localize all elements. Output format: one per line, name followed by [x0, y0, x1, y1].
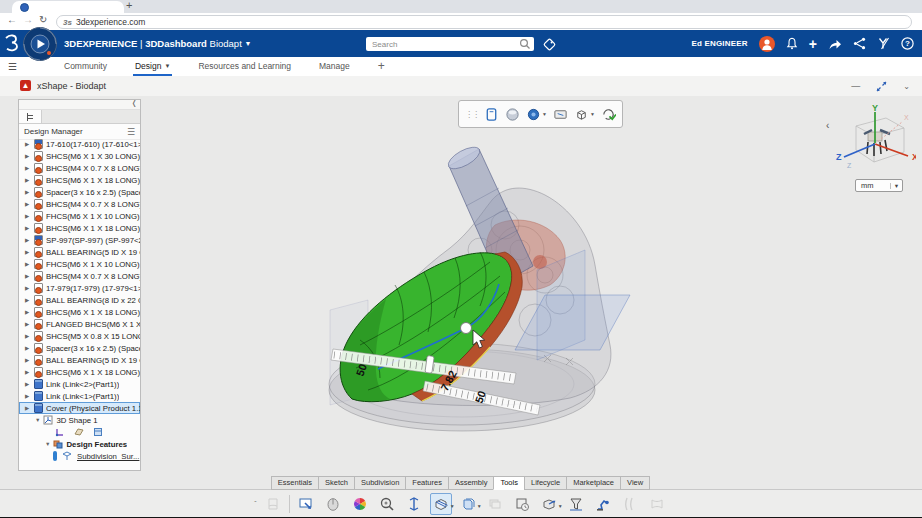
expand-arrow-icon[interactable]: ▶	[25, 237, 31, 243]
ribbon-tab[interactable]: Essentials	[271, 476, 319, 490]
update-icon[interactable]: ▼	[601, 107, 616, 122]
section-icon[interactable]: ▼	[430, 493, 452, 515]
ribbon-tab[interactable]: Marketplace	[566, 476, 621, 490]
sheet-icon[interactable]	[262, 493, 284, 515]
ribbon-tab[interactable]: Features	[405, 476, 449, 490]
expand-arrow-icon[interactable]: ▶	[25, 345, 31, 351]
chevron-down-icon[interactable]: ˇ	[254, 500, 256, 507]
compass-icon[interactable]	[22, 26, 58, 62]
tree-row[interactable]: ▶ BALL BEARING(5 ID X 19 O...	[19, 246, 140, 258]
expand-arrow-icon[interactable]: ▶	[25, 249, 31, 255]
expand-arrow-icon[interactable]: ▶	[25, 273, 31, 279]
expand-arrow-icon[interactable]: ▶	[25, 309, 31, 315]
ribbon-tab[interactable]: Tools	[493, 476, 525, 490]
dashboard-tab[interactable]: Design▼	[135, 57, 170, 76]
bounding-box-icon[interactable]: ▼	[484, 107, 499, 122]
tree-row[interactable]: ▶ SHCS(M6 X 1 X 30 LONG) (...	[19, 150, 140, 162]
expand-arrow-icon[interactable]: ▶	[25, 165, 31, 171]
browser-tab[interactable]	[12, 1, 124, 13]
new-tab-button[interactable]: +	[126, 0, 132, 11]
search-icon[interactable]	[519, 38, 531, 50]
section-planes-icon[interactable]: ▼	[457, 493, 479, 515]
search-input[interactable]: Search	[366, 37, 534, 51]
back-icon[interactable]: ←	[7, 14, 17, 25]
tree-row[interactable]: ▶ SHCS(M5 X 0.8 X 15 LONG...	[19, 330, 140, 342]
expand-arrow-icon[interactable]: ▶	[25, 393, 31, 399]
expand-arrow-icon[interactable]: ▼	[35, 417, 40, 423]
screen-mode-icon[interactable]: ▼	[553, 107, 568, 122]
manipulator-point[interactable]	[461, 323, 472, 334]
expand-arrow-icon[interactable]: ▶	[25, 405, 31, 411]
share-arrow-icon[interactable]	[828, 38, 842, 50]
kinematics-icon[interactable]: ▼	[592, 493, 614, 515]
tree-row[interactable]: ▶ Spacer(3 x 16 x 2.5) (Spacer...	[19, 186, 140, 198]
tree-row-3d-shape[interactable]: ▼ 3D Shape 1	[19, 414, 140, 426]
minimize-icon[interactable]: —	[851, 81, 860, 91]
tree-row[interactable]: ▶ SP-997(SP-997) (SP-997<2...	[19, 234, 140, 246]
ribbon-tab[interactable]: Sketch	[318, 476, 355, 490]
expand-arrow-icon[interactable]: ▶	[25, 213, 31, 219]
expand-arrow-icon[interactable]: ▼	[45, 441, 50, 447]
tree-tab[interactable]	[19, 110, 42, 123]
color-wheel-icon[interactable]: ▼	[349, 493, 371, 515]
filter-icon[interactable]: ▼	[565, 493, 587, 515]
tree-row[interactable]: ▶ 17-979(17-979) (17-979<1>(...	[19, 282, 140, 294]
dashboard-tab[interactable]: Community▼	[64, 57, 107, 76]
render-style-icon[interactable]: ▼	[574, 107, 595, 122]
shaded-sphere-icon[interactable]: ▼	[505, 107, 520, 122]
expand-arrow-icon[interactable]: ▶	[25, 321, 31, 327]
drag-handle[interactable]: ⋮⋮	[465, 110, 479, 119]
tree-row[interactable]: ▶ BHCS(M6 X 1 X 18 LONG) (...	[19, 174, 140, 186]
tree-row[interactable]: ▶ Cover (Physical Product 1.1)	[19, 402, 140, 414]
rep-body-icon[interactable]	[93, 427, 103, 437]
expand-arrow-icon[interactable]: ▶	[25, 225, 31, 231]
tree-row[interactable]: ▶ BHCS(M4 X 0.7 X 8 LONG) ...	[19, 162, 140, 174]
notifications-bell-icon[interactable]	[786, 37, 798, 50]
tree-row[interactable]: ▶ FLANGED BHCS(M6 X 1 X...	[19, 318, 140, 330]
expand-icon[interactable]	[876, 81, 887, 92]
tag-icon[interactable]	[542, 37, 557, 52]
surface-analysis-icon[interactable]: ▼	[646, 493, 668, 515]
expand-arrow-icon[interactable]: ▶	[25, 261, 31, 267]
address-field[interactable]: 3s 3dexperience.com	[56, 15, 912, 29]
mouse-gestures-icon[interactable]: ▼	[322, 493, 344, 515]
tree-row-subdivision[interactable]: Subdivision_Sur...	[19, 450, 140, 462]
tree-row[interactable]: ▶ FHCS(M6 X 1 X 10 LONG) (...	[19, 258, 140, 270]
navigation-cube[interactable]: Y X Z Z X	[834, 104, 916, 184]
ribbon-tab[interactable]: View	[620, 476, 650, 490]
expand-arrow-icon[interactable]: ▶	[25, 297, 31, 303]
view-mode-icon[interactable]: ▼	[526, 107, 547, 122]
z-axis[interactable]	[844, 144, 875, 157]
tree-row[interactable]: ▶ BHCS(M6 X 1 X 18 LONG) (...	[19, 306, 140, 318]
expand-arrow-icon[interactable]: ▶	[25, 153, 31, 159]
ribbon-tab[interactable]: Lifecycle	[524, 476, 567, 490]
refresh-icon[interactable]: ↻	[39, 14, 47, 25]
3ds-logo-icon[interactable]	[3, 33, 20, 53]
tree-row[interactable]: ▶ Spacer(3 x 16 x 2.5) (Spacer...	[19, 342, 140, 354]
panel-menu-icon[interactable]: ☰	[127, 128, 135, 136]
chevron-down-icon[interactable]: ⌄	[903, 82, 910, 91]
expand-arrow-icon[interactable]: ▶	[25, 201, 31, 207]
rep-plane-icon[interactable]	[74, 427, 84, 437]
forward-icon[interactable]: →	[23, 14, 33, 25]
tree-row[interactable]: ▶ Link (Link<2>(Part1))	[19, 378, 140, 390]
tree-row-design-features[interactable]: ▼ Design Features	[19, 438, 140, 450]
help-icon[interactable]: ?	[901, 37, 914, 50]
panel-collapse-icon[interactable]: ❬	[131, 99, 137, 107]
expand-arrow-icon[interactable]: ▶	[25, 285, 31, 291]
dashboard-tab[interactable]: Resources and Learning▼	[198, 57, 291, 76]
stack-icon[interactable]: ▼	[484, 493, 506, 515]
dashboard-name[interactable]: Biodapt	[210, 38, 242, 49]
tree-row[interactable]: ▶ BHCS(M6 X 1 X 18 LONG) (...	[19, 366, 140, 378]
chevron-down-icon[interactable]: ▼	[244, 40, 251, 47]
tree-row[interactable]: ▶ BHCS(M6 X 1 X 18 LONG) (...	[19, 222, 140, 234]
tree-row[interactable]: ▶ FHCS(M6 X 1 X 10 LONG) (...	[19, 210, 140, 222]
add-tab-icon[interactable]: +	[378, 57, 385, 76]
dashboard-tab[interactable]: Manage▼	[319, 57, 350, 76]
tree-row[interactable]: ▶ BALL BEARING(5 ID X 19 O...	[19, 354, 140, 366]
ribbon-tab[interactable]: Assembly	[448, 476, 495, 490]
units-dropdown[interactable]: mm ▼	[855, 179, 903, 192]
avatar[interactable]	[759, 36, 775, 52]
add-content-icon[interactable]: +	[809, 39, 817, 49]
collaboration-icon[interactable]	[877, 37, 890, 50]
